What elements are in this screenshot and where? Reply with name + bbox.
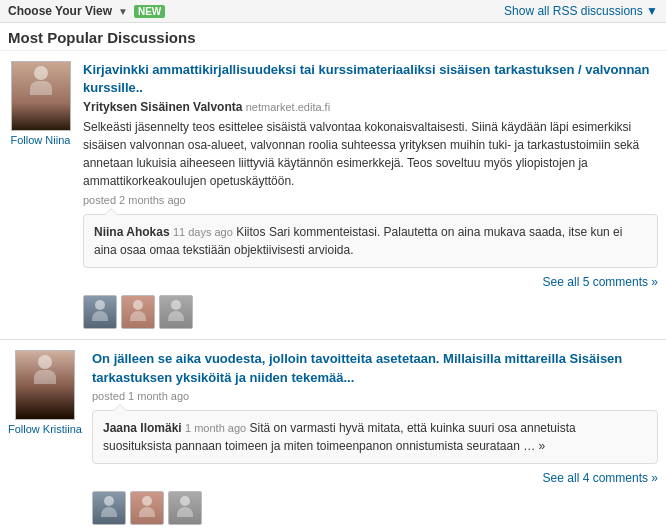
discussion-item-2: Follow Kristiina On jälleen se aika vuod… [0, 340, 666, 532]
section-title: Most Popular Discussions [0, 23, 666, 51]
comment-time-2: 1 month ago [185, 422, 246, 434]
follow-niina-link[interactable]: Follow Niina [11, 134, 71, 146]
see-all-row-2: See all 4 comments » [92, 470, 658, 485]
comment-author-1[interactable]: Niina Ahokas [94, 225, 170, 239]
mini-avatar-2c[interactable] [168, 491, 202, 525]
description-1: Selkeästi jäsennelty teos esittelee sisä… [83, 118, 658, 190]
mini-avatar-1b[interactable] [121, 295, 155, 329]
comment-author-2[interactable]: Jaana Ilomäki [103, 421, 182, 435]
posted-meta-2: posted 1 month ago [92, 390, 658, 402]
chevron-down-icon[interactable]: ▼ [118, 6, 128, 17]
see-all-row-1: See all 5 comments » [83, 274, 658, 289]
see-all-comments-2[interactable]: See all 4 comments » [543, 471, 658, 485]
mini-avatar-2a[interactable] [92, 491, 126, 525]
discussion-item: Follow Niina Kirjavinkki ammattikirjalli… [0, 51, 666, 340]
mini-avatar-2b[interactable] [130, 491, 164, 525]
avatar-col-niina: Follow Niina [8, 61, 73, 329]
see-all-comments-1[interactable]: See all 5 comments » [543, 275, 658, 289]
mini-avatar-1c[interactable] [159, 295, 193, 329]
commenter-avatars-2 [92, 491, 658, 525]
avatar-kristiina [15, 350, 75, 420]
top-bar: Choose Your View ▼ NEW Show all RSS disc… [0, 0, 666, 23]
comment-bubble-1: Niina Ahokas 11 days ago Kiitos Sari kom… [83, 214, 658, 268]
source-domain-1: netmarket.edita.fi [246, 101, 330, 113]
source-line-1: Yrityksen Sisäinen Valvonta netmarket.ed… [83, 100, 658, 114]
top-bar-left: Choose Your View ▼ NEW [8, 4, 165, 18]
comment-time-1: 11 days ago [173, 226, 233, 238]
discussion-content-1: Kirjavinkki ammattikirjallisuudeksi tai … [83, 61, 658, 329]
discussion-title-2[interactable]: On jälleen se aika vuodesta, jolloin tav… [92, 350, 658, 386]
avatar-niina [11, 61, 71, 131]
posted-meta-1: posted 2 months ago [83, 194, 658, 206]
comment-bubble-2: Jaana Ilomäki 1 month ago Sitä on varmas… [92, 410, 658, 464]
discussions-list: Follow Niina Kirjavinkki ammattikirjalli… [0, 51, 666, 532]
rss-discussions-link[interactable]: Show all RSS discussions ▼ [504, 4, 658, 18]
new-badge: NEW [134, 5, 165, 18]
follow-kristiina-link[interactable]: Follow Kristiina [8, 423, 82, 435]
discussion-title-1[interactable]: Kirjavinkki ammattikirjallisuudeksi tai … [83, 61, 658, 97]
avatar-col-kristiina: Follow Kristiina [8, 350, 82, 524]
mini-avatar-1a[interactable] [83, 295, 117, 329]
discussion-content-2: On jälleen se aika vuodesta, jolloin tav… [92, 350, 658, 524]
choose-view-label[interactable]: Choose Your View [8, 4, 112, 18]
source-name-1: Yrityksen Sisäinen Valvonta [83, 100, 242, 114]
commenter-avatars-1 [83, 295, 658, 329]
